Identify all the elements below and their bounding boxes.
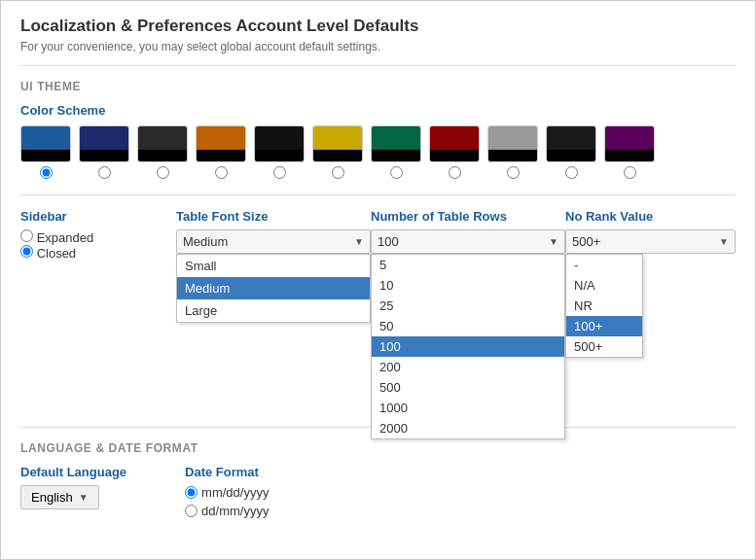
color-swatches-row [20, 125, 736, 162]
no-rank-dropdown-btn[interactable]: 500+ ▼ [565, 229, 736, 254]
language-arrow-icon: ▼ [79, 492, 89, 503]
sidebar-closed-radio[interactable] [20, 245, 33, 258]
date-format-label: Date Format [185, 465, 269, 479]
color-swatch-10[interactable] [604, 125, 655, 162]
norank-option-nr[interactable]: NR [566, 296, 642, 316]
date-mdy-text: mm/dd/yyyy [201, 485, 269, 500]
color-swatch-8[interactable] [487, 125, 538, 162]
sidebar-expanded-radio[interactable] [20, 229, 33, 242]
swatch-radio-cell-1 [79, 166, 129, 179]
color-swatch-2[interactable] [137, 125, 188, 162]
swatch-radio-2[interactable] [157, 166, 169, 179]
no-rank-dropdown[interactable]: 500+ ▼ - N/A NR 100+ 500+ [565, 229, 736, 254]
swatch-radio-cell-3 [196, 166, 246, 179]
title-divider [20, 65, 736, 66]
color-swatch-3[interactable] [196, 125, 246, 162]
swatch-radio-cell-6 [371, 166, 421, 179]
no-rank-label: No Rank Value [565, 209, 736, 224]
swatch-radio-4[interactable] [273, 166, 286, 179]
sidebar-closed-text: Closed [37, 246, 76, 261]
date-format-col: Date Format mm/dd/yyyy dd/mm/yyyy [185, 465, 269, 518]
prefs-row: Sidebar Expanded Closed Table Font Size … [20, 209, 736, 423]
swatch-radio-1[interactable] [98, 166, 111, 179]
norank-option-100plus[interactable]: 100+ [566, 316, 642, 336]
font-size-list: Small Medium Large [176, 254, 371, 323]
swatch-radio-cell-5 [312, 166, 363, 179]
default-language-label: Default Language [20, 465, 126, 479]
swatch-radio-cell-0 [20, 166, 71, 179]
rows-option-100[interactable]: 100 [372, 336, 564, 357]
color-swatch-7[interactable] [429, 125, 480, 162]
color-swatch-5[interactable] [312, 125, 363, 162]
date-mdy-label[interactable]: mm/dd/yyyy [185, 485, 269, 500]
sidebar-label: Sidebar [20, 209, 176, 224]
color-swatch-1[interactable] [79, 125, 129, 162]
lang-date-header: LANGUAGE & DATE FORMAT [20, 441, 736, 455]
language-dropdown[interactable]: English ▼ [20, 485, 126, 509]
swatch-radio-9[interactable] [565, 166, 578, 179]
lang-date-row: Default Language English ▼ Date Format m… [20, 465, 736, 518]
color-swatch-9[interactable] [546, 125, 596, 162]
no-rank-section: No Rank Value 500+ ▼ - N/A NR 100+ 500+ [565, 209, 736, 254]
language-value: English [31, 490, 73, 505]
norank-option-na[interactable]: N/A [566, 275, 642, 296]
swatch-radio-cell-9 [546, 166, 596, 179]
swatch-radio-cell-4 [254, 166, 305, 179]
rows-option-10[interactable]: 10 [372, 275, 564, 296]
table-rows-list: 5 10 25 50 100 200 500 1000 2000 [371, 254, 565, 439]
swatch-radio-3[interactable] [215, 166, 228, 179]
table-rows-current: 100 [378, 234, 399, 249]
date-dmy-label[interactable]: dd/mm/yyyy [185, 504, 269, 518]
swatch-radio-7[interactable] [449, 166, 461, 179]
rows-option-25[interactable]: 25 [372, 296, 564, 316]
default-language-col: Default Language English ▼ [20, 465, 126, 509]
sidebar-expanded-text: Expanded [37, 230, 94, 245]
font-size-option-small[interactable]: Small [177, 255, 370, 277]
no-rank-current: 500+ [572, 234, 600, 249]
date-dmy-radio[interactable] [185, 505, 198, 517]
font-size-dropdown[interactable]: Medium ▼ Small Medium Large [176, 229, 371, 254]
font-size-label: Table Font Size [176, 209, 371, 224]
language-btn[interactable]: English ▼ [20, 485, 99, 509]
swatch-radio-cell-10 [604, 166, 655, 179]
page-subtitle: For your convenience, you may select glo… [20, 40, 736, 53]
lang-date-section: LANGUAGE & DATE FORMAT Default Language … [20, 441, 736, 518]
swatch-radio-0[interactable] [40, 166, 53, 179]
table-rows-arrow-icon: ▼ [549, 236, 558, 247]
table-rows-dropdown-btn[interactable]: 100 ▼ [371, 229, 565, 254]
date-mdy-radio[interactable] [185, 486, 198, 499]
swatch-radio-8[interactable] [507, 166, 520, 179]
font-size-dropdown-btn[interactable]: Medium ▼ [176, 229, 371, 254]
sidebar-expanded-label[interactable]: Expanded [20, 229, 176, 245]
color-swatch-4[interactable] [254, 125, 305, 162]
font-size-option-medium[interactable]: Medium [177, 277, 370, 299]
rows-option-2000[interactable]: 2000 [372, 418, 564, 438]
font-size-current: Medium [183, 234, 228, 249]
table-rows-section: Number of Table Rows 100 ▼ 5 10 25 50 10… [371, 209, 565, 254]
page-title: Localization & Preferences Account Level… [20, 17, 736, 36]
swatch-radio-5[interactable] [332, 166, 344, 179]
rows-option-5[interactable]: 5 [372, 255, 564, 275]
rows-option-50[interactable]: 50 [372, 316, 564, 336]
font-size-section: Table Font Size Medium ▼ Small Medium La… [176, 209, 371, 254]
table-rows-dropdown[interactable]: 100 ▼ 5 10 25 50 100 200 500 1000 2000 [371, 229, 565, 254]
swatch-radio-cell-2 [137, 166, 188, 179]
sidebar-closed-label[interactable]: Closed [20, 245, 176, 261]
swatch-radio-10[interactable] [624, 166, 636, 179]
date-dmy-text: dd/mm/yyyy [201, 504, 269, 518]
font-size-option-large[interactable]: Large [177, 299, 370, 322]
color-swatch-6[interactable] [371, 125, 421, 162]
rows-option-1000[interactable]: 1000 [372, 398, 564, 418]
rows-option-500[interactable]: 500 [372, 377, 564, 398]
theme-divider [20, 194, 736, 195]
swatch-radio-cell-8 [487, 166, 538, 179]
norank-option-dash[interactable]: - [566, 255, 642, 275]
no-rank-list: - N/A NR 100+ 500+ [565, 254, 643, 358]
swatch-radio-cell-7 [429, 166, 480, 179]
color-swatch-0[interactable] [20, 125, 71, 162]
swatch-radio-row [20, 166, 736, 179]
rows-option-200[interactable]: 200 [372, 357, 564, 377]
norank-option-500plus[interactable]: 500+ [566, 336, 642, 357]
ui-theme-header: UI THEME [20, 80, 736, 93]
swatch-radio-6[interactable] [390, 166, 403, 179]
